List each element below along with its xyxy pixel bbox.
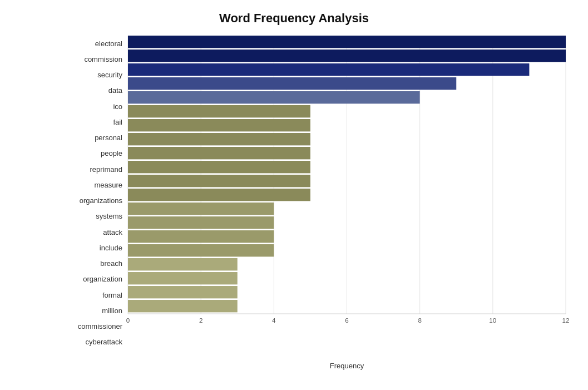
y-axis-label: commissioner — [67, 319, 128, 334]
svg-text:8: 8 — [418, 317, 421, 324]
y-axis-label: cyberattack — [67, 334, 128, 350]
y-axis-label: organization — [67, 271, 128, 287]
svg-rect-18 — [128, 77, 456, 90]
svg-rect-22 — [128, 133, 310, 145]
svg-rect-20 — [128, 105, 310, 117]
y-axis-label: data — [67, 83, 128, 98]
svg-rect-15 — [128, 36, 566, 48]
svg-rect-31 — [128, 258, 238, 270]
y-axis-label: security — [67, 67, 128, 83]
y-axis-label: commission — [67, 51, 128, 67]
y-axis-label: electoral — [67, 36, 128, 51]
svg-rect-25 — [128, 175, 310, 187]
chart-title: Word Frequency Analysis — [22, 11, 566, 26]
y-axis-label: systems — [67, 209, 128, 224]
svg-rect-29 — [128, 230, 274, 243]
svg-rect-24 — [128, 161, 310, 173]
svg-rect-30 — [128, 244, 274, 256]
svg-rect-19 — [128, 91, 420, 103]
chart-svg: 024681012 — [128, 36, 566, 331]
y-axis-label: fail — [67, 114, 128, 130]
chart-body: 024681012 Frequency — [128, 36, 566, 348]
y-axis-label: people — [67, 146, 128, 161]
svg-text:2: 2 — [199, 317, 202, 324]
svg-rect-21 — [128, 119, 310, 131]
y-axis-label: personal — [67, 130, 128, 146]
y-axis-label: breach — [67, 256, 128, 271]
y-axis-labels: electoralcommissionsecuritydataicofailpe… — [67, 36, 128, 348]
y-axis-label: organizations — [67, 193, 128, 209]
chart-container: Word Frequency Analysis electoralcommiss… — [0, 0, 588, 390]
y-axis-label: attack — [67, 224, 128, 240]
svg-text:12: 12 — [562, 317, 570, 324]
svg-text:6: 6 — [345, 317, 348, 324]
svg-text:4: 4 — [272, 317, 276, 324]
svg-rect-28 — [128, 216, 274, 229]
svg-rect-16 — [128, 50, 566, 62]
svg-rect-32 — [128, 272, 238, 284]
y-axis-label: include — [67, 240, 128, 255]
x-axis-label: Frequency — [330, 362, 364, 370]
y-axis-label: formal — [67, 287, 128, 303]
y-axis-label: ico — [67, 98, 128, 114]
svg-rect-17 — [128, 63, 529, 76]
svg-rect-27 — [128, 203, 274, 215]
y-axis-label: reprimand — [67, 161, 128, 177]
y-axis-label: million — [67, 303, 128, 318]
svg-rect-23 — [128, 147, 310, 159]
svg-text:0: 0 — [126, 317, 130, 324]
y-axis-label: measure — [67, 177, 128, 192]
svg-rect-34 — [128, 300, 238, 312]
svg-rect-33 — [128, 286, 238, 298]
svg-text:10: 10 — [489, 317, 496, 324]
svg-rect-26 — [128, 189, 310, 201]
